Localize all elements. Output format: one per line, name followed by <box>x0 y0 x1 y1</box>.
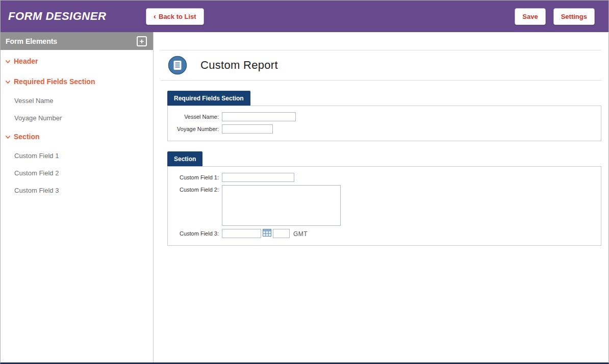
back-to-list-label: Back to List <box>159 13 196 20</box>
save-button[interactable]: Save <box>515 8 545 25</box>
report-title: Custom Report <box>200 59 278 72</box>
tree-item-header[interactable]: Header <box>1 51 153 71</box>
form-elements-tree: Header Required Fields Section Vessel Na… <box>1 50 153 199</box>
section-custom: Section Custom Field 1: Custom Field 2: … <box>161 151 601 246</box>
calendar-picker-button[interactable] <box>263 229 271 238</box>
app-title: FORM DESIGNER <box>1 10 146 23</box>
field-row-custom-field-2: Custom Field 2: <box>173 185 596 226</box>
custom-field-2-label: Custom Field 2: <box>173 185 219 193</box>
settings-button[interactable]: Settings <box>553 8 595 25</box>
section-required-fields: Required Fields Section Vessel Name: Voy… <box>161 91 601 141</box>
form-preview: Custom Report Required Fields Section Ve… <box>154 32 608 362</box>
report-header: Custom Report <box>161 50 601 81</box>
tree-item-label: Section <box>14 133 40 141</box>
chevron-down-icon <box>6 136 10 139</box>
tree-item-custom-field-2[interactable]: Custom Field 2 <box>1 164 153 181</box>
custom-field-1-input[interactable] <box>222 173 294 182</box>
custom-field-3-date-input[interactable] <box>222 229 261 238</box>
form-elements-sidebar: Form Elements + Header Required Fields S… <box>1 32 154 362</box>
document-icon <box>168 56 187 75</box>
chevron-down-icon <box>6 81 10 84</box>
custom-field-2-textarea[interactable] <box>222 185 341 226</box>
field-row-voyage-number: Voyage Number: <box>173 124 596 134</box>
topbar: FORM DESIGNER ‹ Back to List Save Settin… <box>1 1 608 32</box>
tree-item-vessel-name[interactable]: Vessel Name <box>1 92 153 109</box>
sidebar-title: Form Elements <box>6 37 57 45</box>
tree-item-label: Custom Field 3 <box>14 187 59 194</box>
add-element-button[interactable]: + <box>137 36 147 46</box>
tree-item-label: Custom Field 2 <box>14 169 59 177</box>
section-tab-required-fields[interactable]: Required Fields Section <box>167 91 250 106</box>
section-tab-section[interactable]: Section <box>167 151 202 166</box>
tree-item-label: Header <box>14 57 38 65</box>
tree-item-label: Custom Field 1 <box>14 152 59 160</box>
field-row-custom-field-1: Custom Field 1: <box>173 173 596 182</box>
chevron-left-icon: ‹ <box>154 14 156 19</box>
section-panel: Vessel Name: Voyage Number: <box>167 106 601 141</box>
tree-item-label: Voyage Number <box>14 114 62 122</box>
gmt-label: GMT <box>293 229 308 238</box>
section-panel: Custom Field 1: Custom Field 2: Custom F… <box>167 166 601 246</box>
voyage-number-input[interactable] <box>222 124 273 134</box>
custom-field-3-time-input[interactable] <box>273 229 290 238</box>
vessel-name-input[interactable] <box>222 112 296 121</box>
field-row-vessel-name: Vessel Name: <box>173 112 596 121</box>
tree-item-custom-field-3[interactable]: Custom Field 3 <box>1 181 153 199</box>
app-window: FORM DESIGNER ‹ Back to List Save Settin… <box>0 0 609 364</box>
custom-field-3-label: Custom Field 3: <box>173 229 219 237</box>
vessel-name-label: Vessel Name: <box>173 112 219 120</box>
tree-item-label: Required Fields Section <box>14 77 95 86</box>
tree-item-custom-field-1[interactable]: Custom Field 1 <box>1 147 153 164</box>
sidebar-header: Form Elements + <box>1 32 153 50</box>
back-to-list-button[interactable]: ‹ Back to List <box>146 8 204 25</box>
voyage-number-label: Voyage Number: <box>173 124 219 132</box>
calendar-icon <box>263 229 271 238</box>
tree-item-voyage-number[interactable]: Voyage Number <box>1 109 153 126</box>
tree-item-section[interactable]: Section <box>1 126 153 147</box>
tree-item-label: Vessel Name <box>14 97 54 105</box>
field-row-custom-field-3: Custom Field 3: <box>173 229 596 238</box>
tree-item-required-fields-section[interactable]: Required Fields Section <box>1 71 153 92</box>
custom-field-1-label: Custom Field 1: <box>173 173 219 180</box>
chevron-down-icon <box>6 60 10 64</box>
